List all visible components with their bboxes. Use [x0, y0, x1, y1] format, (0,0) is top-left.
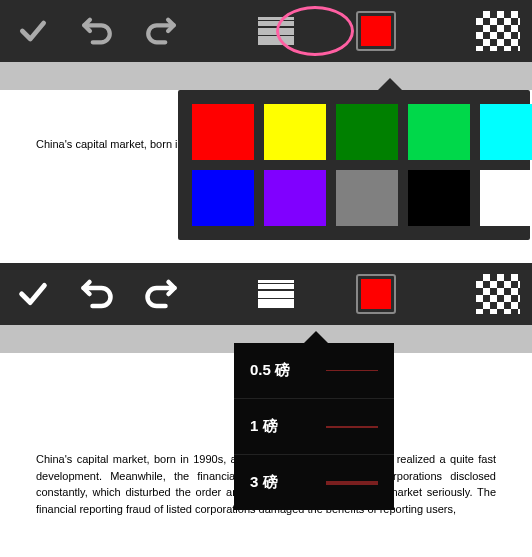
- thickness-label: 1 磅: [250, 417, 278, 436]
- checkmark-icon: [16, 277, 50, 311]
- thickness-option[interactable]: 3 磅: [234, 455, 394, 510]
- color-option-yellow[interactable]: [264, 104, 326, 160]
- color-button[interactable]: [356, 11, 396, 51]
- sub-toolbar: [0, 62, 532, 90]
- popover-arrow-icon: [378, 78, 402, 90]
- color-option-lightgreen[interactable]: [408, 104, 470, 160]
- toolbar: [0, 0, 532, 62]
- color-option-cyan[interactable]: [480, 104, 532, 160]
- thickness-option[interactable]: 0.5 磅: [234, 343, 394, 399]
- color-button[interactable]: [356, 274, 396, 314]
- thickness-preview-line: [326, 426, 378, 428]
- transparency-button[interactable]: [476, 11, 520, 51]
- undo-icon: [79, 276, 115, 312]
- color-picker-popover: [178, 90, 530, 240]
- thickness-label: 0.5 磅: [250, 361, 290, 380]
- thickness-button[interactable]: [254, 13, 298, 49]
- color-option-black[interactable]: [408, 170, 470, 226]
- checkmark-icon: [17, 15, 49, 47]
- thickness-line-icon: [258, 36, 294, 45]
- redo-button[interactable]: [140, 273, 182, 315]
- undo-button[interactable]: [76, 273, 118, 315]
- screenshot-bottom: China's capital market, born in 1990s, a…: [0, 263, 532, 557]
- color-option-red[interactable]: [192, 104, 254, 160]
- redo-icon: [143, 276, 179, 312]
- color-option-gray[interactable]: [336, 170, 398, 226]
- toolbar: [0, 263, 532, 325]
- thickness-label: 3 磅: [250, 473, 278, 492]
- transparency-button[interactable]: [476, 274, 520, 314]
- color-swatch-icon: [361, 279, 391, 309]
- thickness-line-icon: [258, 299, 294, 308]
- color-option-purple[interactable]: [264, 170, 326, 226]
- color-option-green[interactable]: [336, 104, 398, 160]
- undo-button[interactable]: [76, 10, 118, 52]
- thickness-preview-line: [326, 370, 378, 371]
- color-swatch-icon: [361, 16, 391, 46]
- thickness-button[interactable]: [254, 276, 298, 312]
- color-option-blue[interactable]: [192, 170, 254, 226]
- thickness-option[interactable]: 1 磅: [234, 399, 394, 455]
- thickness-line-icon: [258, 280, 294, 283]
- thickness-line-icon: [258, 21, 294, 26]
- undo-icon: [80, 14, 114, 48]
- screenshot-top: Abstract China's capital market, born in…: [0, 0, 532, 245]
- thickness-line-icon: [258, 17, 294, 20]
- thickness-line-icon: [258, 28, 294, 35]
- redo-icon: [144, 14, 178, 48]
- thickness-popover: 0.5 磅 1 磅 3 磅: [234, 343, 394, 510]
- confirm-button[interactable]: [12, 273, 54, 315]
- confirm-button[interactable]: [12, 10, 54, 52]
- thickness-preview-line: [326, 481, 378, 485]
- thickness-line-icon: [258, 284, 294, 289]
- thickness-line-icon: [258, 291, 294, 298]
- color-grid: [178, 90, 530, 240]
- redo-button[interactable]: [140, 10, 182, 52]
- color-option-white[interactable]: [480, 170, 532, 226]
- popover-arrow-icon: [304, 331, 328, 343]
